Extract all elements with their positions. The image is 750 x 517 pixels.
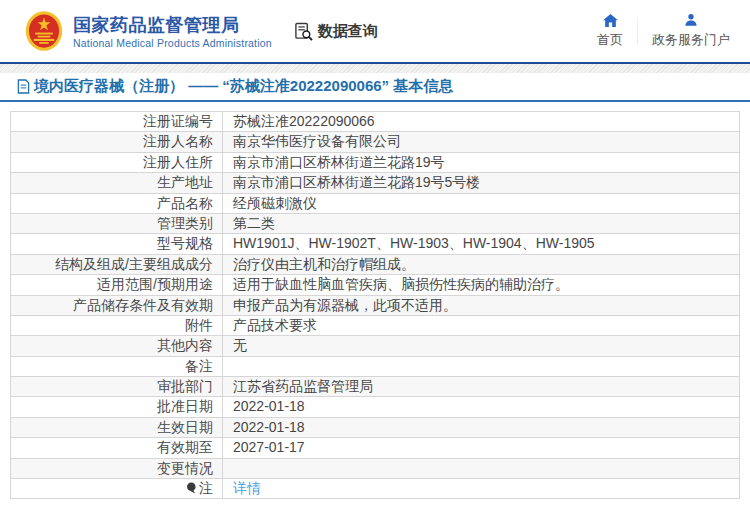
page-title: 境内医疗器械（注册） —— “苏械注准20222090066” 基本信息 bbox=[0, 73, 750, 100]
row-value: 2022-01-18 bbox=[223, 397, 740, 417]
nav-home-label: 首页 bbox=[597, 31, 623, 49]
table-row: 产品储存条件及有效期申报产品为有源器械，此项不适用。 bbox=[11, 295, 740, 315]
row-value: 经颅磁刺激仪 bbox=[223, 193, 740, 213]
row-value: 苏械注准20222090066 bbox=[223, 112, 740, 132]
table-row: 适用范围/预期用途适用于缺血性脑血管疾病、脑损伤性疾病的辅助治疗。 bbox=[11, 275, 740, 295]
table-row: 注册人住所南京市浦口区桥林街道兰花路19号 bbox=[11, 152, 740, 172]
row-value: 申报产品为有源器械，此项不适用。 bbox=[223, 295, 740, 315]
table-row: 批准日期2022-01-18 bbox=[11, 397, 740, 417]
table-row: 生产地址南京市浦口区桥林街道兰花路19号5号楼 bbox=[11, 173, 740, 193]
row-value: HW1901J、HW-1902T、HW-1903、HW-1904、HW-1905 bbox=[223, 234, 740, 254]
site-logo[interactable]: 国家药品监督管理局 National Medical Products Admi… bbox=[24, 9, 272, 53]
site-subtitle: National Medical Products Administration bbox=[73, 37, 272, 49]
texture-strip bbox=[0, 64, 750, 73]
row-label: 注册人名称 bbox=[11, 132, 223, 152]
table-row: 型号规格HW1901J、HW-1902T、HW-1903、HW-1904、HW-… bbox=[11, 234, 740, 254]
data-query-tab[interactable]: 数据查询 bbox=[294, 22, 378, 41]
national-emblem-icon bbox=[24, 9, 64, 53]
row-label: 产品名称 bbox=[11, 193, 223, 213]
table-row: 管理类别第二类 bbox=[11, 213, 740, 233]
row-label: 变更情况 bbox=[11, 458, 223, 478]
row-value: 无 bbox=[223, 336, 740, 356]
top-nav: 首页 政务服务门户 bbox=[583, 0, 744, 62]
table-row: 注详情 bbox=[11, 479, 740, 499]
nav-home[interactable]: 首页 bbox=[583, 13, 637, 49]
row-label: 注册人住所 bbox=[11, 152, 223, 172]
table-row: 审批部门江苏省药品监督管理局 bbox=[11, 377, 740, 397]
row-value: 治疗仪由主机和治疗帽组成。 bbox=[223, 254, 740, 274]
row-label: 结构及组成/主要组成成分 bbox=[11, 254, 223, 274]
header: 国家药品监督管理局 National Medical Products Admi… bbox=[0, 0, 750, 62]
info-table: 注册证编号苏械注准20222090066注册人名称南京华伟医疗设备有限公司注册人… bbox=[10, 111, 740, 499]
note-icon bbox=[186, 482, 197, 494]
main-content: 境内医疗器械（注册） —— “苏械注准20222090066” 基本信息 注册证… bbox=[0, 73, 750, 499]
row-label: 型号规格 bbox=[11, 234, 223, 254]
table-row: 有效期至2027-01-17 bbox=[11, 438, 740, 458]
row-label: 备注 bbox=[11, 356, 223, 376]
row-label: 生效日期 bbox=[11, 417, 223, 437]
table-row: 生效日期2022-01-18 bbox=[11, 417, 740, 437]
home-icon bbox=[603, 13, 618, 27]
row-label: 注 bbox=[11, 479, 223, 499]
table-row: 其他内容无 bbox=[11, 336, 740, 356]
row-value: 2027-01-17 bbox=[223, 438, 740, 458]
row-value: 江苏省药品监督管理局 bbox=[223, 377, 740, 397]
table-row: 产品名称经颅磁刺激仪 bbox=[11, 193, 740, 213]
nav-portal[interactable]: 政务服务门户 bbox=[638, 13, 744, 49]
row-value: 详情 bbox=[223, 479, 740, 499]
row-value: 产品技术要求 bbox=[223, 315, 740, 335]
row-value bbox=[223, 356, 740, 376]
row-value: 2022-01-18 bbox=[223, 417, 740, 437]
document-icon bbox=[17, 79, 30, 94]
row-label: 管理类别 bbox=[11, 213, 223, 233]
person-icon bbox=[684, 13, 698, 27]
site-title: 国家药品监督管理局 bbox=[73, 14, 272, 36]
row-value: 南京市浦口区桥林街道兰花路19号5号楼 bbox=[223, 173, 740, 193]
nav-portal-label: 政务服务门户 bbox=[652, 31, 730, 49]
table-row: 附件产品技术要求 bbox=[11, 315, 740, 335]
row-label: 注册证编号 bbox=[11, 112, 223, 132]
table-row: 备注 bbox=[11, 356, 740, 376]
row-label: 生产地址 bbox=[11, 173, 223, 193]
row-value bbox=[223, 458, 740, 478]
row-value: 南京市浦口区桥林街道兰花路19号 bbox=[223, 152, 740, 172]
brand-text: 国家药品监督管理局 National Medical Products Admi… bbox=[73, 14, 272, 49]
row-value: 第二类 bbox=[223, 213, 740, 233]
page-title-text: 境内医疗器械（注册） —— “苏械注准20222090066” 基本信息 bbox=[34, 77, 453, 96]
row-value: 南京华伟医疗设备有限公司 bbox=[223, 132, 740, 152]
table-row: 注册证编号苏械注准20222090066 bbox=[11, 112, 740, 132]
table-wrap: 注册证编号苏械注准20222090066注册人名称南京华伟医疗设备有限公司注册人… bbox=[0, 102, 750, 499]
row-label: 适用范围/预期用途 bbox=[11, 275, 223, 295]
row-label: 其他内容 bbox=[11, 336, 223, 356]
row-value: 适用于缺血性脑血管疾病、脑损伤性疾病的辅助治疗。 bbox=[223, 275, 740, 295]
row-label: 批准日期 bbox=[11, 397, 223, 417]
document-search-icon bbox=[294, 22, 313, 41]
table-row: 变更情况 bbox=[11, 458, 740, 478]
table-row: 结构及组成/主要组成成分治疗仪由主机和治疗帽组成。 bbox=[11, 254, 740, 274]
row-label: 有效期至 bbox=[11, 438, 223, 458]
detail-link[interactable]: 详情 bbox=[233, 480, 261, 496]
data-query-label: 数据查询 bbox=[318, 22, 378, 41]
table-row: 注册人名称南京华伟医疗设备有限公司 bbox=[11, 132, 740, 152]
row-label: 审批部门 bbox=[11, 377, 223, 397]
row-label: 产品储存条件及有效期 bbox=[11, 295, 223, 315]
row-label: 附件 bbox=[11, 315, 223, 335]
